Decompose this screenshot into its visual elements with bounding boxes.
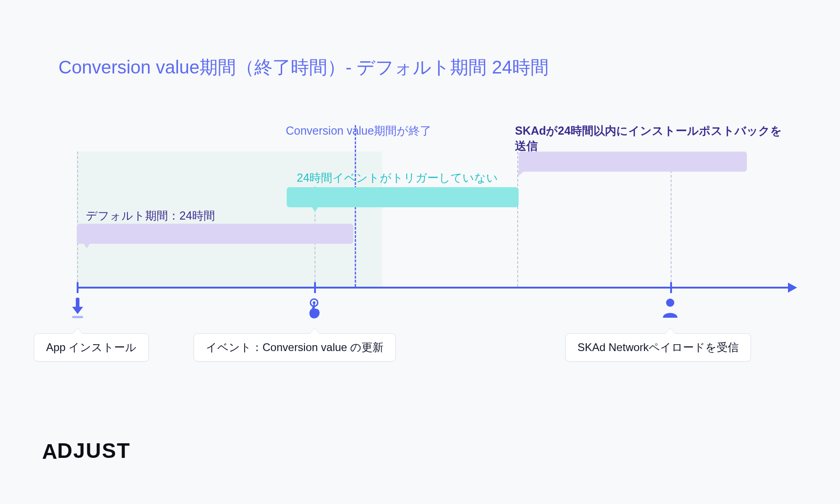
tick-payload — [670, 282, 672, 293]
adjust-logo: AADJUSTDJUST — [41, 438, 131, 463]
dash-payload — [671, 166, 672, 287]
tick-install — [77, 282, 79, 293]
download-icon — [67, 297, 89, 320]
touch-icon — [303, 297, 325, 320]
pill-app-install: App インストール — [34, 333, 149, 362]
label-skad-sends: SKAdが24時間以内にインストールポストバックを送信 — [515, 123, 789, 153]
svg-rect-1 — [72, 316, 83, 318]
person-icon — [659, 297, 681, 320]
dash-install — [77, 152, 78, 287]
bar-skad-postback-window — [519, 152, 747, 172]
svg-point-4 — [666, 299, 674, 307]
tick-cv-update — [314, 282, 316, 293]
timeline-axis — [77, 287, 789, 289]
timeline-diagram: Conversion value期間が終了 SKAdが24時間以内にインストール… — [58, 142, 789, 352]
bar-no-event-24h — [287, 187, 519, 207]
label-no-event: 24時間イベントがトリガーしていない — [297, 170, 498, 185]
diagram-title: Conversion value期間（終了時間）- デフォルト期間 24時間 — [58, 55, 549, 80]
pill-cv-update: イベント：Conversion value の更新 — [194, 333, 396, 362]
label-default-period: デフォルト期間：24時間 — [86, 208, 215, 223]
bar-default-period — [77, 224, 353, 244]
pill-payload-received: SKAd Networkペイロードを受信 — [565, 333, 751, 362]
label-cv-window-end: Conversion value期間が終了 — [286, 123, 431, 138]
